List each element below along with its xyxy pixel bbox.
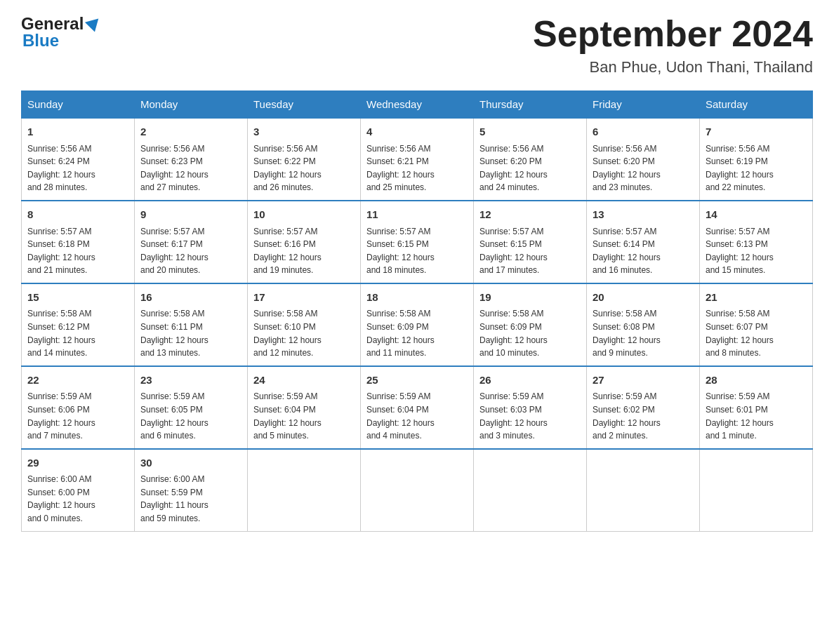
day-number: 4 <box>366 124 468 140</box>
calendar-day-cell: 28Sunrise: 5:59 AMSunset: 6:01 PMDayligh… <box>700 366 813 449</box>
calendar-day-cell: 18Sunrise: 5:58 AMSunset: 6:09 PMDayligh… <box>361 283 474 366</box>
day-info: Sunrise: 5:56 AMSunset: 6:22 PMDaylight:… <box>253 142 355 194</box>
calendar-week-row: 1Sunrise: 5:56 AMSunset: 6:24 PMDaylight… <box>22 118 813 201</box>
day-number: 16 <box>140 290 241 306</box>
calendar-day-cell: 22Sunrise: 5:59 AMSunset: 6:06 PMDayligh… <box>22 366 135 449</box>
calendar-day-cell <box>361 449 474 531</box>
weekday-header-friday: Friday <box>587 91 700 119</box>
calendar-week-row: 22Sunrise: 5:59 AMSunset: 6:06 PMDayligh… <box>22 366 813 449</box>
day-info: Sunrise: 5:59 AMSunset: 6:03 PMDaylight:… <box>479 390 581 442</box>
day-number: 14 <box>706 207 807 223</box>
calendar-day-cell: 23Sunrise: 5:59 AMSunset: 6:05 PMDayligh… <box>135 366 248 449</box>
calendar-week-row: 15Sunrise: 5:58 AMSunset: 6:12 PMDayligh… <box>22 283 813 366</box>
day-number: 12 <box>479 207 581 223</box>
calendar-day-cell: 29Sunrise: 6:00 AMSunset: 6:00 PMDayligh… <box>22 449 135 531</box>
day-info: Sunrise: 5:57 AMSunset: 6:14 PMDaylight:… <box>593 225 694 277</box>
calendar-week-row: 29Sunrise: 6:00 AMSunset: 6:00 PMDayligh… <box>22 449 813 531</box>
day-info: Sunrise: 5:58 AMSunset: 6:07 PMDaylight:… <box>706 307 807 359</box>
title-area: September 2024 Ban Phue, Udon Thani, Tha… <box>533 14 813 76</box>
calendar-day-cell: 3Sunrise: 5:56 AMSunset: 6:22 PMDaylight… <box>248 118 361 201</box>
day-info: Sunrise: 5:56 AMSunset: 6:20 PMDaylight:… <box>593 142 694 194</box>
day-info: Sunrise: 6:00 AMSunset: 5:59 PMDaylight:… <box>140 473 241 525</box>
weekday-header-thursday: Thursday <box>474 91 587 119</box>
day-number: 23 <box>140 373 241 389</box>
day-info: Sunrise: 5:56 AMSunset: 6:23 PMDaylight:… <box>140 142 241 194</box>
day-number: 18 <box>366 290 468 306</box>
calendar-day-cell <box>474 449 587 531</box>
day-number: 19 <box>479 290 581 306</box>
calendar-day-cell <box>700 449 813 531</box>
day-info: Sunrise: 5:58 AMSunset: 6:12 PMDaylight:… <box>27 307 128 359</box>
calendar-day-cell: 2Sunrise: 5:56 AMSunset: 6:23 PMDaylight… <box>135 118 248 201</box>
calendar-day-cell: 25Sunrise: 5:59 AMSunset: 6:04 PMDayligh… <box>361 366 474 449</box>
calendar-day-cell: 6Sunrise: 5:56 AMSunset: 6:20 PMDaylight… <box>587 118 700 201</box>
calendar-day-cell: 17Sunrise: 5:58 AMSunset: 6:10 PMDayligh… <box>248 283 361 366</box>
day-number: 8 <box>27 207 128 223</box>
day-info: Sunrise: 5:57 AMSunset: 6:15 PMDaylight:… <box>479 225 581 277</box>
day-info: Sunrise: 5:57 AMSunset: 6:16 PMDaylight:… <box>253 225 355 277</box>
weekday-header-tuesday: Tuesday <box>248 91 361 119</box>
calendar-day-cell: 20Sunrise: 5:58 AMSunset: 6:08 PMDayligh… <box>587 283 700 366</box>
day-number: 26 <box>479 373 581 389</box>
calendar-day-cell <box>248 449 361 531</box>
day-info: Sunrise: 5:56 AMSunset: 6:20 PMDaylight:… <box>479 142 581 194</box>
day-number: 21 <box>706 290 807 306</box>
day-info: Sunrise: 5:57 AMSunset: 6:13 PMDaylight:… <box>706 225 807 277</box>
day-info: Sunrise: 5:59 AMSunset: 6:02 PMDaylight:… <box>593 390 694 442</box>
day-number: 17 <box>253 290 355 306</box>
weekday-header-saturday: Saturday <box>700 91 813 119</box>
day-info: Sunrise: 5:59 AMSunset: 6:01 PMDaylight:… <box>706 390 807 442</box>
calendar-day-cell: 30Sunrise: 6:00 AMSunset: 5:59 PMDayligh… <box>135 449 248 531</box>
day-number: 30 <box>140 455 241 471</box>
calendar-day-cell <box>587 449 700 531</box>
calendar-subtitle: Ban Phue, Udon Thani, Thailand <box>533 58 813 76</box>
logo: General Blue <box>21 14 100 51</box>
calendar-day-cell: 19Sunrise: 5:58 AMSunset: 6:09 PMDayligh… <box>474 283 587 366</box>
day-info: Sunrise: 5:59 AMSunset: 6:05 PMDaylight:… <box>140 390 241 442</box>
calendar-day-cell: 15Sunrise: 5:58 AMSunset: 6:12 PMDayligh… <box>22 283 135 366</box>
weekday-header-monday: Monday <box>135 91 248 119</box>
calendar-day-cell: 7Sunrise: 5:56 AMSunset: 6:19 PMDaylight… <box>700 118 813 201</box>
day-number: 9 <box>140 207 241 223</box>
calendar-week-row: 8Sunrise: 5:57 AMSunset: 6:18 PMDaylight… <box>22 201 813 283</box>
day-number: 20 <box>593 290 694 306</box>
day-number: 27 <box>593 373 694 389</box>
day-info: Sunrise: 5:59 AMSunset: 6:04 PMDaylight:… <box>253 390 355 442</box>
day-number: 2 <box>140 124 241 140</box>
day-number: 15 <box>27 290 128 306</box>
day-number: 5 <box>479 124 581 140</box>
day-info: Sunrise: 5:58 AMSunset: 6:08 PMDaylight:… <box>593 307 694 359</box>
calendar-day-cell: 21Sunrise: 5:58 AMSunset: 6:07 PMDayligh… <box>700 283 813 366</box>
weekday-header-wednesday: Wednesday <box>361 91 474 119</box>
day-info: Sunrise: 5:59 AMSunset: 6:06 PMDaylight:… <box>27 390 128 442</box>
day-info: Sunrise: 5:58 AMSunset: 6:11 PMDaylight:… <box>140 307 241 359</box>
day-info: Sunrise: 5:56 AMSunset: 6:21 PMDaylight:… <box>366 142 468 194</box>
day-number: 28 <box>706 373 807 389</box>
day-number: 3 <box>253 124 355 140</box>
day-info: Sunrise: 6:00 AMSunset: 6:00 PMDaylight:… <box>27 473 128 525</box>
calendar-day-cell: 4Sunrise: 5:56 AMSunset: 6:21 PMDaylight… <box>361 118 474 201</box>
calendar-day-cell: 16Sunrise: 5:58 AMSunset: 6:11 PMDayligh… <box>135 283 248 366</box>
calendar-day-cell: 1Sunrise: 5:56 AMSunset: 6:24 PMDaylight… <box>22 118 135 201</box>
calendar-day-cell: 24Sunrise: 5:59 AMSunset: 6:04 PMDayligh… <box>248 366 361 449</box>
day-info: Sunrise: 5:58 AMSunset: 6:09 PMDaylight:… <box>366 307 468 359</box>
day-number: 29 <box>27 455 128 471</box>
day-info: Sunrise: 5:57 AMSunset: 6:18 PMDaylight:… <box>27 225 128 277</box>
calendar-day-cell: 10Sunrise: 5:57 AMSunset: 6:16 PMDayligh… <box>248 201 361 283</box>
calendar-day-cell: 13Sunrise: 5:57 AMSunset: 6:14 PMDayligh… <box>587 201 700 283</box>
logo-arrow-icon <box>85 18 102 34</box>
calendar-day-cell: 11Sunrise: 5:57 AMSunset: 6:15 PMDayligh… <box>361 201 474 283</box>
calendar-day-cell: 27Sunrise: 5:59 AMSunset: 6:02 PMDayligh… <box>587 366 700 449</box>
weekday-header-row: SundayMondayTuesdayWednesdayThursdayFrid… <box>22 91 813 119</box>
day-number: 24 <box>253 373 355 389</box>
day-info: Sunrise: 5:57 AMSunset: 6:17 PMDaylight:… <box>140 225 241 277</box>
page-header: General Blue September 2024 Ban Phue, Ud… <box>21 14 813 76</box>
day-info: Sunrise: 5:57 AMSunset: 6:15 PMDaylight:… <box>366 225 468 277</box>
day-number: 11 <box>366 207 468 223</box>
day-number: 1 <box>27 124 128 140</box>
day-info: Sunrise: 5:58 AMSunset: 6:09 PMDaylight:… <box>479 307 581 359</box>
day-info: Sunrise: 5:56 AMSunset: 6:24 PMDaylight:… <box>27 142 128 194</box>
calendar-day-cell: 5Sunrise: 5:56 AMSunset: 6:20 PMDaylight… <box>474 118 587 201</box>
calendar-day-cell: 14Sunrise: 5:57 AMSunset: 6:13 PMDayligh… <box>700 201 813 283</box>
day-number: 22 <box>27 373 128 389</box>
